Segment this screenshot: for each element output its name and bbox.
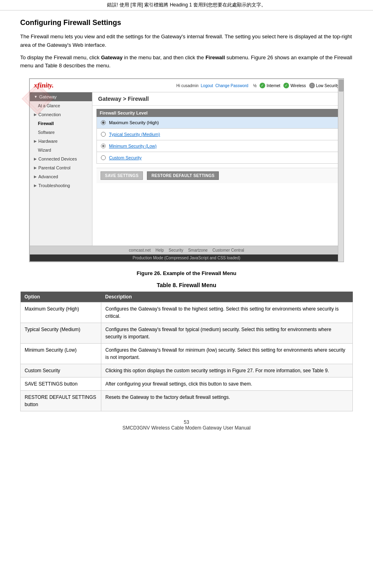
doc-title: Configuring Firewall Settings <box>20 19 353 27</box>
firewall-section: Firewall Security Level Maximum Security… <box>92 106 343 164</box>
save-settings-button[interactable]: SAVE SETTINGS <box>101 171 143 180</box>
radio-maximum[interactable] <box>101 120 106 125</box>
table8-row: SAVE SETTINGS buttonAfter configuring yo… <box>21 377 353 391</box>
table8-option-cell: RESTORE DEFAULT SETTINGS button <box>21 391 101 411</box>
status-security: □ Low Security <box>309 83 339 88</box>
footer-link-comcast[interactable]: comcast.net <box>129 248 151 252</box>
logout-link[interactable]: Logout <box>201 83 213 88</box>
table8-description-cell: Clicking this option displays the custom… <box>101 364 353 377</box>
topbar-right: Hi cusadmin Logout Change Password ½ ✓ I… <box>176 83 339 88</box>
firewall-option-custom[interactable]: Custom Security <box>96 152 339 164</box>
table8-row: Minimum Security (Low)Configures the Gat… <box>21 344 353 364</box>
troubleshooting-arrow-icon: ▶ <box>34 183 37 188</box>
option-label-minimum: Minimum Security (Low) <box>109 144 157 148</box>
change-password-link[interactable]: Change Password <box>215 83 248 88</box>
status-half: ½ <box>253 83 256 88</box>
sidebar-item-software[interactable]: Software <box>30 128 92 137</box>
para2: To display the Firewall menu, click Gate… <box>20 54 353 71</box>
table8-option-cell: SAVE SETTINGS button <box>21 377 101 391</box>
sidebar-item-gateway[interactable]: ▼ Gateway <box>30 92 92 101</box>
page-footer: 53 SMCD3GNV Wireless Cable Modem Gateway… <box>20 419 353 431</box>
sidebar-item-parental-control[interactable]: ▶ Parental Control <box>30 163 92 172</box>
xfinity-sidebar: ▼ Gateway At a Glance ▶ Connection Firew… <box>30 92 92 246</box>
radio-custom[interactable] <box>101 155 106 160</box>
col-header-description: Description <box>101 292 353 302</box>
firewall-option-typical[interactable]: Typical Security (Medium) <box>96 129 339 140</box>
security-status-icon: □ <box>309 83 315 88</box>
topbar-user: Hi cusadmin Logout Change Password <box>176 83 248 88</box>
para2-prefix: To display the Firewall menu, click <box>20 54 101 60</box>
footer-link-security[interactable]: Security <box>169 248 183 252</box>
connection-arrow-icon: ▶ <box>34 113 37 117</box>
sidebar-item-troubleshooting[interactable]: ▶ Troubleshooting <box>30 181 92 190</box>
firewall-btn-row: SAVE SETTINGS RESTORE DEFAULT SETTINGS <box>96 168 339 183</box>
option-label-custom: Custom Security <box>109 155 142 160</box>
table8-row: Typical Security (Medium)Configures the … <box>21 323 353 344</box>
table8-description-cell: Resets the Gateway to the factory defaul… <box>101 391 353 411</box>
table8-description-cell: After configuring your firewall settings… <box>101 377 353 391</box>
radio-typical[interactable] <box>101 132 106 137</box>
table8: Option Description Maximum Security (Hig… <box>20 292 353 411</box>
para2-bold2: Firewall <box>205 54 225 60</box>
doc-body: The Firewall menu lets you view and edit… <box>20 33 353 70</box>
table8-option-cell: Custom Security <box>21 364 101 377</box>
scrollbar-thumb[interactable] <box>339 79 344 92</box>
xfinity-app: xfinity. Hi cusadmin Logout Change Passw… <box>29 79 344 262</box>
sidebar-item-connection[interactable]: ▶ Connection <box>30 110 92 119</box>
status-internet: ✓ Internet <box>260 83 280 88</box>
table8-description-cell: Configures the Gateway's firewall for ty… <box>101 323 353 344</box>
app-footer-links: comcast.net Help Security Smartzone Cust… <box>30 246 343 254</box>
option-label-typical: Typical Security (Medium) <box>109 132 160 137</box>
table8-option-cell: Maximum Security (High) <box>21 302 101 323</box>
scrollbar[interactable] <box>338 79 344 262</box>
wireless-status-icon: ✓ <box>283 83 289 88</box>
firewall-option-minimum[interactable]: Minimum Security (Low) <box>96 140 339 152</box>
table8-description-cell: Configures the Gateway's firewall to the… <box>101 302 353 323</box>
option-label-maximum: Maximum Security (High) <box>109 120 159 125</box>
internet-status-icon: ✓ <box>260 83 265 88</box>
sidebar-item-firewall[interactable]: Firewall <box>30 119 92 128</box>
table8-row: Custom SecurityClicking this option disp… <box>21 364 353 377</box>
xfinity-body: ▼ Gateway At a Glance ▶ Connection Firew… <box>30 92 343 246</box>
figure-caption: Figure 26. Example of the Firewall Menu <box>20 270 353 276</box>
sidebar-item-connected-devices[interactable]: ▶ Connected Devices <box>30 154 92 163</box>
sidebar-item-wizard[interactable]: Wizard <box>30 146 92 154</box>
sidebar-item-advanced[interactable]: ▶ Advanced <box>30 172 92 181</box>
table8-option-cell: Minimum Security (Low) <box>21 344 101 364</box>
app-footer-mode: Production Mode (Compressed JavaScript a… <box>30 254 343 261</box>
advanced-arrow-icon: ▶ <box>34 175 37 179</box>
para1: The Firewall menu lets you view and edit… <box>20 33 353 50</box>
sidebar-item-at-a-glance[interactable]: At a Glance <box>30 101 92 110</box>
firewall-page-title: Gateway > Firewall <box>92 92 343 106</box>
radio-minimum[interactable] <box>101 144 106 148</box>
footer-link-customer[interactable]: Customer Central <box>212 248 244 252</box>
para2-bold: Gateway <box>101 54 122 60</box>
footer-link-help[interactable]: Help <box>155 248 164 252</box>
connected-devices-arrow-icon: ▶ <box>34 157 37 161</box>
error-bar-text: 錯誤! 使用 [常用] 索引標籤將 Heading 1 套用到您想要在此處顯示的… <box>107 2 266 8</box>
hardware-arrow-icon: ▶ <box>34 139 37 143</box>
status-wireless: ✓ Wireless <box>283 83 306 88</box>
table8-row: RESTORE DEFAULT SETTINGS buttonResets th… <box>21 391 353 411</box>
page-number: 53 <box>20 419 353 425</box>
screenshot-container: xfinity. Hi cusadmin Logout Change Passw… <box>29 78 344 262</box>
footer-link-smartzone[interactable]: Smartzone <box>188 248 207 252</box>
table8-option-cell: Typical Security (Medium) <box>21 323 101 344</box>
table8-row: Maximum Security (High)Configures the Ga… <box>21 302 353 323</box>
topbar-status: ½ ✓ Internet ✓ Wireless □ Low Security <box>253 83 339 88</box>
parental-control-arrow-icon: ▶ <box>34 166 37 170</box>
gateway-arrow-icon: ▼ <box>34 95 38 99</box>
table8-description-cell: Configures the Gateway's firewall for mi… <box>101 344 353 364</box>
restore-default-button[interactable]: RESTORE DEFAULT SETTINGS <box>147 171 219 180</box>
firewall-option-maximum[interactable]: Maximum Security (High) <box>96 117 339 129</box>
xfinity-topbar: xfinity. Hi cusadmin Logout Change Passw… <box>30 79 343 92</box>
error-bar: 錯誤! 使用 [常用] 索引標籤將 Heading 1 套用到您想要在此處顯示的… <box>0 0 373 10</box>
para2-mid: in the menu bar, and then click the <box>123 54 205 60</box>
main-spacer <box>92 183 343 215</box>
xfinity-logo: xfinity. <box>34 81 54 90</box>
firewall-section-header: Firewall Security Level <box>96 109 339 117</box>
table8-title: Table 8. Firewall Menu <box>20 282 353 288</box>
col-header-option: Option <box>21 292 101 302</box>
main-content: Configuring Firewall Settings The Firewa… <box>0 10 373 443</box>
sidebar-item-hardware[interactable]: ▶ Hardware <box>30 137 92 146</box>
